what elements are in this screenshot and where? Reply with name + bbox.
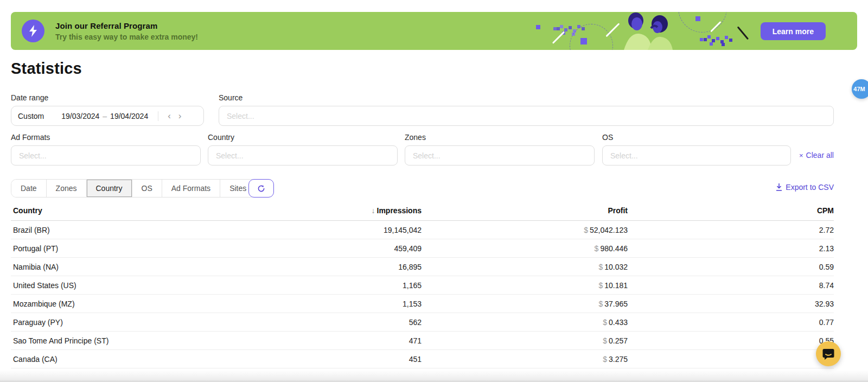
dashed-circle-decoration — [570, 24, 613, 50]
lightning-icon — [22, 20, 44, 42]
country-cell: Portugal (PT) — [11, 239, 217, 258]
date-end[interactable]: 19/04/2024 — [110, 112, 148, 120]
table-row[interactable]: Paraguay (PY) 562 $0.433 0.77 — [11, 313, 834, 332]
cpm-cell: 2.13 — [628, 239, 834, 258]
source-label: Source — [219, 93, 242, 102]
table-header-row: Country ↓Impressions Profit CPM — [11, 203, 834, 221]
table-row[interactable]: Portugal (PT) 459,409 $980.446 2.13 — [11, 239, 834, 258]
statistics-page: Join our Referral Program Try this easy … — [0, 0, 868, 382]
impressions-cell: 451 — [217, 350, 422, 368]
os-label: OS — [602, 133, 613, 142]
profit-cell: $0.257 — [422, 332, 628, 350]
slash-decoration — [552, 31, 565, 44]
currency-symbol: $ — [603, 355, 607, 364]
banner-text-block: Join our Referral Program Try this easy … — [11, 20, 198, 42]
banner-decoration — [521, 12, 760, 50]
country-cell: Sao Tome And Principe (ST) — [11, 332, 217, 350]
tab-os[interactable]: OS — [132, 180, 162, 197]
currency-symbol: $ — [584, 226, 588, 234]
square-decoration — [536, 25, 540, 29]
profit-cell: $10.032 — [422, 258, 628, 276]
profit-cell: $52,042.123 — [422, 221, 628, 239]
country-cell: Namibia (NA) — [11, 258, 217, 276]
impressions-cell: 471 — [217, 332, 422, 350]
country-select[interactable] — [208, 145, 398, 165]
people-photo — [608, 12, 684, 50]
notification-badge[interactable]: 47M — [852, 79, 868, 99]
cpm-cell: 2.72 — [628, 221, 834, 239]
grouping-tabs: Date Zones Country OS Ad Formats Sites — [11, 179, 256, 198]
source-select[interactable] — [219, 106, 834, 126]
country-cell: Paraguay (PY) — [11, 313, 217, 332]
country-label: Country — [208, 133, 234, 142]
banner-title: Join our Referral Program — [55, 21, 198, 30]
chat-widget-button[interactable] — [816, 341, 841, 366]
country-cell: Canada (CA) — [11, 350, 217, 368]
stats-table: Country ↓Impressions Profit CPM Brazil (… — [11, 203, 834, 368]
currency-symbol: $ — [598, 281, 603, 290]
date-range-label: Date range — [11, 93, 48, 102]
currency-symbol: $ — [595, 244, 599, 253]
slash-decoration — [710, 21, 721, 32]
currency-symbol: $ — [603, 318, 607, 327]
table-row[interactable]: Namibia (NA) 16,895 $10.032 0.59 — [11, 258, 834, 276]
profit-cell: $3.275 — [422, 350, 628, 368]
zones-select[interactable] — [405, 145, 595, 165]
ad-formats-select[interactable] — [11, 145, 201, 165]
cpm-cell: 0.55 — [628, 332, 834, 350]
column-header-impressions[interactable]: ↓Impressions — [217, 203, 422, 221]
pixel-cluster-decoration — [700, 38, 703, 41]
slash-decoration — [605, 23, 620, 37]
currency-symbol: $ — [598, 263, 603, 271]
chevron-right-icon[interactable]: › — [177, 111, 183, 120]
download-icon — [776, 183, 782, 191]
table-row[interactable]: Sao Tome And Principe (ST) 471 $0.257 0.… — [11, 332, 834, 350]
zones-label: Zones — [405, 133, 426, 142]
impressions-cell: 1,153 — [217, 295, 422, 313]
cpm-cell: 8.74 — [628, 276, 834, 295]
table-row[interactable]: Mozambique (MZ) 1,153 $37.965 32.93 — [11, 295, 834, 313]
clear-all-button[interactable]: × Clear all — [799, 151, 834, 160]
pixel-cluster-decoration — [553, 27, 557, 30]
tab-country[interactable]: Country — [87, 180, 132, 197]
profit-cell: $0.433 — [422, 313, 628, 332]
os-select[interactable] — [602, 145, 791, 165]
table-row[interactable]: United States (US) 1,165 $10.181 8.74 — [11, 276, 834, 295]
cpm-cell — [628, 350, 834, 368]
column-header-cpm[interactable]: CPM — [628, 203, 834, 221]
cpm-cell: 0.77 — [628, 313, 834, 332]
refresh-button[interactable] — [248, 179, 274, 198]
dashed-circle-decoration — [678, 12, 727, 33]
learn-more-button[interactable]: Learn more — [761, 22, 826, 40]
impressions-cell: 459,409 — [217, 239, 422, 258]
currency-symbol: $ — [603, 336, 607, 345]
table-row[interactable]: Canada (CA) 451 $3.275 — [11, 350, 834, 368]
currency-symbol: $ — [598, 300, 603, 308]
tab-date[interactable]: Date — [11, 180, 47, 197]
tab-zones[interactable]: Zones — [47, 180, 87, 197]
column-header-country[interactable]: Country — [11, 203, 217, 221]
bottom-fade — [0, 370, 868, 382]
cpm-cell: 32.93 — [628, 295, 834, 313]
tab-ad-formats[interactable]: Ad Formats — [162, 180, 220, 197]
date-range-mode[interactable]: Custom — [18, 112, 44, 120]
table-row[interactable]: Brazil (BR) 19,145,042 $52,042.123 2.72 — [11, 221, 834, 239]
square-decoration — [580, 38, 587, 44]
export-csv-button[interactable]: Export to CSV — [776, 183, 834, 192]
date-start[interactable]: 19/03/2024 — [61, 112, 99, 120]
profit-cell: $10.181 — [422, 276, 628, 295]
refresh-icon — [257, 184, 265, 193]
cpm-cell: 0.59 — [628, 258, 834, 276]
column-header-profit[interactable]: Profit — [422, 203, 628, 221]
impressions-cell: 16,895 — [217, 258, 422, 276]
banner-subtitle: Try this easy way to make extra money! — [55, 33, 198, 41]
page-title: Statistics — [11, 60, 82, 78]
date-range-picker[interactable]: Custom 19/03/2024 – 19/04/2024 ‹ › — [11, 106, 204, 126]
ad-formats-label: Ad Formats — [11, 133, 50, 142]
country-cell: Mozambique (MZ) — [11, 295, 217, 313]
chevron-left-icon[interactable]: ‹ — [166, 111, 173, 120]
divider — [158, 111, 158, 121]
profit-cell: $37.965 — [422, 295, 628, 313]
country-cell: United States (US) — [11, 276, 217, 295]
date-separator: – — [103, 112, 107, 120]
